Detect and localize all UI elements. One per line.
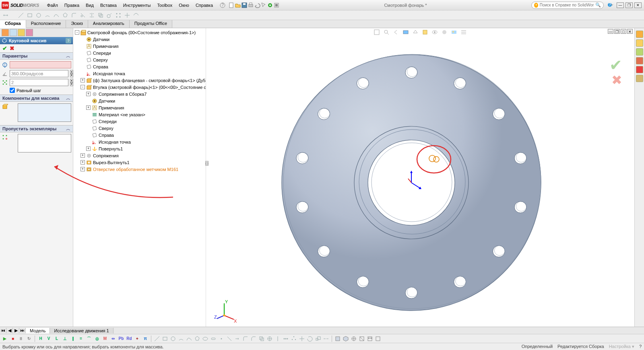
fillet-icon[interactable]: [71, 12, 77, 19]
status-help-icon[interactable]: ?: [639, 344, 642, 349]
file-explorer-icon[interactable]: [636, 48, 643, 56]
minimize-button[interactable]: —: [617, 2, 624, 8]
search-input[interactable]: [540, 3, 594, 7]
pm-group-parameters[interactable]: Параметры ︿: [0, 52, 73, 60]
angle-input[interactable]: [10, 70, 68, 77]
stop-button[interactable]: ■: [10, 336, 16, 342]
move-icon[interactable]: [124, 12, 130, 19]
tree-item-17[interactable]: +Повернуть1: [73, 145, 206, 152]
view-normal-icon[interactable]: [351, 336, 357, 342]
menu-вставка[interactable]: Вставка: [97, 1, 120, 9]
play-button[interactable]: ▶: [2, 336, 8, 342]
trim-icon[interactable]: [80, 12, 86, 19]
rel-mid-icon[interactable]: M: [102, 336, 108, 342]
tree-item-20[interactable]: +Отверстие обработанное метчиком M161: [73, 166, 206, 173]
tree-expander[interactable]: -: [80, 85, 85, 89]
tab-0[interactable]: Сборка: [0, 20, 26, 28]
dimxpert-tab-icon[interactable]: [26, 29, 33, 36]
axis-input[interactable]: [10, 61, 71, 68]
mirror-icon[interactable]: [89, 12, 95, 19]
status-custom[interactable]: Настройка ▾: [609, 344, 634, 349]
pause-button[interactable]: ⏸: [18, 336, 24, 342]
appearances-icon[interactable]: [636, 66, 643, 73]
sk-rot-icon[interactable]: [307, 336, 313, 342]
tree-expander[interactable]: +: [86, 146, 91, 151]
rel-l-icon[interactable]: L: [54, 336, 60, 342]
sk-fillet-icon[interactable]: [242, 336, 249, 342]
viewport-cancel-button[interactable]: ✖: [611, 72, 622, 88]
rel-fix-icon[interactable]: ⌖: [134, 336, 140, 342]
rel-rd-icon[interactable]: Rd: [126, 336, 132, 342]
sk-linpat-icon[interactable]: [283, 336, 289, 342]
count-input[interactable]: [10, 79, 68, 86]
rel-sym-icon[interactable]: ⇔: [110, 336, 116, 342]
sk-split-icon[interactable]: [323, 336, 329, 342]
sw-resources-icon[interactable]: [636, 31, 643, 38]
viewport-3d[interactable]: ✔ ✖ Y X Z — ❐ □ ✕: [206, 28, 634, 327]
mdi-restore-button[interactable]: ❐: [614, 29, 620, 34]
tree-item-6[interactable]: Исходная точка: [73, 70, 206, 77]
offset-icon[interactable]: [97, 12, 104, 19]
tab-3[interactable]: Анализировать: [88, 20, 130, 28]
rel-pi-icon[interactable]: π: [142, 336, 149, 342]
convert-ent-icon[interactable]: [133, 12, 139, 19]
count-up-button[interactable]: ▲: [70, 79, 73, 82]
tree-item-10[interactable]: Датчики: [73, 97, 206, 104]
options-icon[interactable]: [273, 2, 280, 8]
sk-rect-icon[interactable]: [162, 336, 168, 342]
menu-правка[interactable]: Правка: [61, 1, 83, 9]
loop-button[interactable]: ↻: [26, 336, 32, 342]
tree-item-18[interactable]: +Сопряжения: [73, 152, 206, 159]
tree-splitter-handle[interactable]: [205, 161, 208, 166]
rebuild-icon[interactable]: [267, 2, 273, 8]
tree-item-11[interactable]: +AПримечания: [73, 104, 206, 111]
tab-4[interactable]: Продукты Office: [130, 20, 172, 28]
sk-trim-icon[interactable]: [226, 336, 233, 342]
help-icon[interactable]: ?: [219, 2, 226, 8]
tree-expander[interactable]: -: [75, 30, 79, 35]
tree-item-0[interactable]: -Смотровой фонарь (00<Состояние отображе…: [73, 29, 206, 36]
print-icon[interactable]: [248, 2, 254, 8]
rel-co-icon[interactable]: ⊥: [62, 336, 68, 342]
view-front-icon[interactable]: [334, 336, 341, 342]
bottom-tab-1[interactable]: Исследование движения 1: [50, 328, 113, 334]
new-icon[interactable]: [228, 2, 235, 8]
open-icon[interactable]: [235, 2, 241, 8]
view-section-icon[interactable]: [359, 336, 365, 342]
property-manager-tab-icon[interactable]: [10, 29, 17, 36]
tree-item-9[interactable]: +Сопряжения в Сборка7: [73, 91, 206, 97]
rel-eq-icon[interactable]: =: [78, 336, 84, 342]
undo-icon[interactable]: [254, 2, 260, 8]
smart-dim-icon[interactable]: [2, 12, 9, 19]
pm-cancel-button[interactable]: ✖: [10, 45, 14, 51]
arc-icon[interactable]: [44, 12, 51, 19]
pm-help-button[interactable]: ?: [66, 38, 71, 43]
tab-first-button[interactable]: ⏮: [0, 328, 6, 333]
view-iso-icon[interactable]: [343, 336, 349, 342]
sk-poly-icon[interactable]: [194, 336, 200, 342]
tree-item-16[interactable]: Исходная точка: [73, 138, 206, 145]
menu-инструменты[interactable]: Инструменты: [120, 1, 154, 9]
tree-item-5[interactable]: Справа: [73, 63, 206, 70]
rel-v-icon[interactable]: V: [45, 336, 52, 342]
select-icon[interactable]: [260, 2, 267, 8]
rel-h-icon[interactable]: H: [37, 336, 44, 342]
tree-expander[interactable]: +: [80, 153, 85, 158]
sk-chamfer-icon[interactable]: [250, 336, 257, 342]
menu-справка[interactable]: Справка: [192, 1, 216, 9]
tab-2[interactable]: Эскиз: [66, 20, 88, 28]
tree-item-4[interactable]: Сверху: [73, 56, 206, 63]
tree-item-13[interactable]: Спереди: [73, 118, 206, 125]
convert-icon[interactable]: [106, 12, 113, 19]
rel-tan-icon[interactable]: ⌒: [86, 336, 92, 342]
bottom-tab-0[interactable]: Модель: [26, 328, 50, 334]
tree-item-15[interactable]: Справа: [73, 132, 206, 138]
help-dropdown-icon[interactable]: ?: [607, 2, 613, 8]
sk-scale-icon[interactable]: [315, 336, 321, 342]
sk-conv-icon[interactable]: [266, 336, 273, 342]
view-more2-icon[interactable]: [375, 336, 381, 342]
sk-mirror-icon[interactable]: [275, 336, 281, 342]
pm-group-components[interactable]: Компоненты для массива ︿: [0, 95, 73, 102]
pm-ok-button[interactable]: ✔: [2, 45, 7, 51]
tree-item-12[interactable]: Материал <не указан>: [73, 111, 206, 118]
